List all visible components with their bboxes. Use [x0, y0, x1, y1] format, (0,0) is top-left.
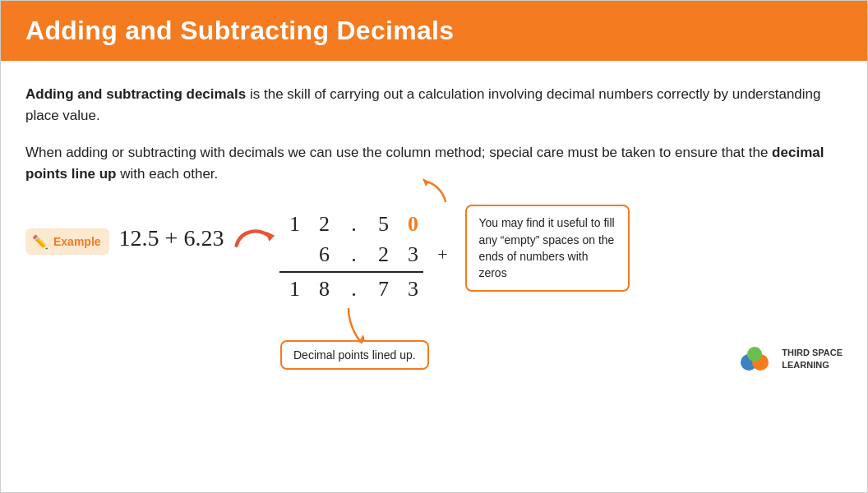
- r2c4: 2: [368, 240, 398, 270]
- r2c2: 6: [309, 240, 339, 270]
- column-addition: 1 2 . 5 0 6 . 2 3 +: [279, 210, 457, 304]
- header: Adding and Subtracting Decimals: [1, 1, 867, 61]
- res-c5: 3: [398, 274, 427, 304]
- tsl-text-block: THIRD SPACE LEARNING: [782, 347, 843, 371]
- svg-point-5: [747, 347, 762, 362]
- curved-arrow-icon: [233, 224, 276, 256]
- r1c3: .: [339, 210, 368, 239]
- column-addition-wrapper: 1 2 . 5 0 6 . 2 3 +: [276, 203, 457, 304]
- r1c5: 0: [398, 210, 427, 239]
- col-row-result: 1 8 . 7 3: [279, 274, 427, 304]
- body-text-1: When adding or subtracting with decimals…: [25, 145, 772, 160]
- right-arrow: [233, 224, 276, 256]
- svg-marker-1: [422, 178, 429, 187]
- decimal-callout-text: Decimal points lined up.: [293, 348, 416, 362]
- intro-bold: Adding and subtracting decimals: [25, 86, 246, 102]
- col-divider: [279, 271, 423, 273]
- content-area: Adding and subtracting decimals is the s…: [1, 61, 867, 492]
- res-c3: .: [339, 274, 368, 304]
- intro-paragraph: Adding and subtracting decimals is the s…: [25, 84, 843, 127]
- arrow-to-zero-icon: [422, 178, 452, 203]
- example-expression: ✏️ Example 12.5 + 6.23: [25, 203, 276, 256]
- r2c5: 3: [398, 240, 427, 270]
- zero-callout-text: You may find it useful to fill any “empt…: [478, 216, 614, 279]
- tsl-line2: LEARNING: [782, 359, 843, 371]
- col-row-1: 1 2 . 5 0: [279, 210, 427, 239]
- page-wrapper: Adding and Subtracting Decimals Adding a…: [0, 0, 868, 493]
- res-c2: 8: [309, 274, 339, 304]
- decimal-lined-arrow: [332, 308, 365, 344]
- r2-plus: +: [427, 242, 457, 268]
- r1c1: 1: [279, 210, 309, 239]
- r1c4: 5: [368, 210, 398, 239]
- decimal-callout-box: Decimal points lined up.: [280, 340, 429, 370]
- col-row-2: 6 . 2 3 +: [279, 240, 457, 270]
- r1c2: 2: [309, 210, 339, 239]
- r2c3: .: [339, 240, 368, 270]
- tsl-line1: THIRD SPACE: [782, 347, 843, 358]
- tsl-logo: THIRD SPACE LEARNING: [739, 344, 843, 374]
- zero-callout-arrow: [422, 178, 452, 203]
- zero-callout-box: You may find it useful to fill any “empt…: [465, 205, 630, 291]
- example-label: Example: [53, 235, 101, 248]
- example-badge: ✏️ Example: [25, 228, 109, 255]
- example-row: ✏️ Example 12.5 + 6.23: [25, 203, 843, 304]
- column-section: 1 2 . 5 0 6 . 2 3 +: [276, 203, 630, 304]
- res-c4: 7: [368, 274, 398, 304]
- page-title: Adding and Subtracting Decimals: [25, 16, 843, 46]
- math-expression: 12.5 + 6.23: [119, 225, 224, 251]
- pencil-icon: ✏️: [32, 234, 48, 250]
- res-c1: 1: [279, 274, 309, 304]
- body-text-2: with each other.: [117, 166, 219, 182]
- tsl-logo-icon: [739, 344, 775, 374]
- arrow-up-from-decimal-icon: [332, 308, 365, 344]
